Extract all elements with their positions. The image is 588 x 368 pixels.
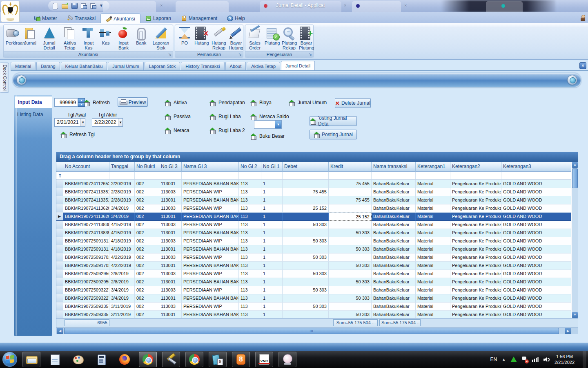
table-cell[interactable]: BBKMR190725093357 bbox=[63, 303, 109, 311]
table-cell[interactable]: GOLD AND WOOD bbox=[501, 278, 571, 286]
ribbon-tab-management[interactable]: Management bbox=[176, 13, 222, 23]
table-cell[interactable]: Pengeluaran Ke Produksi bbox=[450, 213, 501, 221]
network-icon[interactable] bbox=[532, 357, 539, 362]
doc-tab-laporan-stok[interactable]: Laporan Stok bbox=[145, 62, 180, 70]
table-cell[interactable]: 1 bbox=[261, 278, 283, 286]
table-cell[interactable]: BBKMR190725092956 bbox=[63, 278, 109, 286]
table-cell[interactable]: Material bbox=[416, 254, 450, 262]
table-cell[interactable]: 3/11/2019 bbox=[109, 311, 135, 318]
table-cell[interactable]: 1 bbox=[261, 245, 283, 254]
export-icon[interactable] bbox=[80, 2, 87, 9]
table-cell[interactable]: BahanBakuKeluar bbox=[372, 245, 416, 254]
new-document-icon[interactable] bbox=[52, 2, 59, 9]
grid-filter-cell[interactable] bbox=[329, 172, 372, 180]
table-cell[interactable]: PERSEDIAAN BAHAN BAKU bbox=[182, 196, 239, 204]
table-cell[interactable]: 1 bbox=[261, 286, 283, 294]
link-buku-besar[interactable]: Buku Besar bbox=[250, 132, 285, 141]
table-cell[interactable]: GOLD AND WOOD bbox=[501, 221, 571, 229]
table-cell[interactable]: 1 bbox=[261, 213, 283, 221]
table-cell[interactable] bbox=[329, 270, 372, 278]
taskbar-icon-calc[interactable] bbox=[92, 352, 110, 367]
link-neraca[interactable]: Neraca bbox=[165, 126, 191, 135]
table-cell[interactable]: PERSEDIAAN BAHAN BAKU bbox=[182, 245, 239, 254]
table-cell[interactable]: BahanBakuKeluar bbox=[372, 229, 416, 237]
ribbon-button-piutang[interactable]: Piutang bbox=[263, 26, 281, 46]
table-cell[interactable]: 113 bbox=[239, 278, 261, 286]
scroll-right-icon[interactable]: ▶ bbox=[565, 328, 571, 334]
grid-column-header-tanggal[interactable]: Tanggal bbox=[109, 162, 135, 172]
table-cell[interactable]: 2/28/2019 bbox=[109, 188, 135, 196]
ribbon-button-jurnal-detail[interactable]: Jurnal Detail bbox=[39, 26, 60, 51]
posting-jurnal-button[interactable]: Posting Jurnal bbox=[310, 130, 357, 139]
table-cell[interactable]: GOLD AND WOOD bbox=[501, 237, 571, 245]
table-cell[interactable]: 1 bbox=[261, 294, 283, 303]
table-cell[interactable]: BBKMR190725091312 bbox=[63, 237, 109, 245]
grid-column-header-keterangan3[interactable]: Keterangan3 bbox=[501, 162, 571, 172]
table-cell[interactable]: 75 455 bbox=[283, 188, 329, 196]
table-cell[interactable]: 002 bbox=[135, 237, 159, 245]
ribbon-button-perkiraan[interactable]: Perkiraan bbox=[4, 26, 22, 46]
table-cell[interactable]: BBKMR190725093227 bbox=[63, 294, 109, 303]
table-cell[interactable]: 1 bbox=[261, 188, 283, 196]
table-row[interactable]: BBKMR1907250933573/11/2019002113003PERSE… bbox=[56, 303, 578, 311]
table-cell[interactable]: 002 bbox=[135, 245, 159, 254]
table-cell[interactable]: PERSEDIAAN BAHAN BAKU bbox=[182, 278, 239, 286]
table-cell[interactable]: 002 bbox=[135, 204, 159, 213]
table-row[interactable]: ▶BBKMR1907241136203/4/2019002113001PERSE… bbox=[56, 213, 578, 221]
dropdown-arrow-icon[interactable]: ▼ bbox=[80, 119, 85, 126]
ribbon-tab-transaksi[interactable]: Transaksi bbox=[62, 13, 101, 23]
action-center-icon[interactable] bbox=[522, 357, 527, 362]
table-cell[interactable]: Pengeluaran Ke Produksi bbox=[450, 278, 501, 286]
ribbon-tab-akuntansi[interactable]: Akuntansi bbox=[100, 13, 140, 23]
table-cell[interactable]: Material bbox=[416, 196, 450, 204]
volume-icon[interactable] bbox=[543, 357, 550, 362]
hidden-icons-arrow[interactable]: ▲ bbox=[502, 357, 506, 361]
grid-column-header-no-account[interactable]: No Account bbox=[63, 162, 109, 172]
table-cell[interactable]: BBKMR190724113351 bbox=[63, 196, 109, 204]
dock-control-tab[interactable]: Dock Control bbox=[0, 63, 9, 93]
table-cell[interactable]: Pengeluaran Ke Produksi bbox=[450, 221, 501, 229]
vertical-scroll-thumb[interactable] bbox=[572, 168, 578, 188]
table-cell[interactable]: GOLD AND WOOD bbox=[501, 188, 571, 196]
table-cell[interactable]: GOLD AND WOOD bbox=[501, 286, 571, 294]
table-cell[interactable]: 113 bbox=[239, 213, 261, 221]
table-cell[interactable]: 4/18/2019 bbox=[109, 245, 135, 254]
table-cell[interactable]: BBKMR190725091702 bbox=[63, 254, 109, 262]
doc-tab-material[interactable]: Material bbox=[11, 62, 36, 70]
table-cell[interactable]: 75 455 bbox=[329, 196, 372, 204]
taskbar-icon-xampp[interactable] bbox=[232, 352, 250, 367]
ribbon-button-bayar-piutang[interactable]: +Bayar Piutang bbox=[298, 26, 315, 51]
table-cell[interactable]: BahanBakuKeluar bbox=[372, 254, 416, 262]
link-rugi-laba-2[interactable]: Rugi Laba 2 bbox=[209, 126, 245, 135]
posting-jurnal-detail-button[interactable]: 'osting Jurnal Deta bbox=[310, 116, 357, 126]
taskbar-icon-vb9[interactable] bbox=[209, 352, 227, 367]
tgl-awal-dropdown[interactable]: 2/21/2021 ▼ bbox=[54, 118, 85, 127]
table-row[interactable]: BBKMR1907241133512/28/2019002113003PERSE… bbox=[56, 188, 578, 196]
table-cell[interactable]: Pengeluaran Ke Produksi bbox=[450, 286, 501, 294]
table-cell[interactable]: Pengeluaran Ke Produksi bbox=[450, 303, 501, 311]
taskbar-icon-chrome[interactable] bbox=[139, 352, 157, 367]
table-cell[interactable]: GOLD AND WOOD bbox=[501, 294, 571, 303]
table-cell[interactable]: 1 bbox=[261, 237, 283, 245]
table-cell[interactable] bbox=[283, 245, 329, 254]
table-cell[interactable] bbox=[329, 237, 372, 245]
table-cell[interactable]: BahanBakuKeluar bbox=[372, 213, 416, 221]
table-cell[interactable]: Pengeluaran Ke Produksi bbox=[450, 245, 501, 254]
table-cell[interactable]: 50 303 bbox=[283, 237, 329, 245]
table-cell[interactable]: PERSEDIAAN BAHAN BAKU bbox=[182, 180, 239, 188]
doc-tab-aktiva-tetap[interactable]: Aktiva Tetap bbox=[247, 62, 280, 70]
open-folder-icon[interactable] bbox=[62, 2, 68, 9]
grid-column-header-no-gl-2[interactable]: No Gl 2 bbox=[239, 162, 261, 172]
table-cell[interactable]: 113 bbox=[239, 270, 261, 278]
table-cell[interactable]: BBKMR190724113835 bbox=[63, 229, 109, 237]
table-cell[interactable]: Material bbox=[416, 278, 450, 286]
table-cell[interactable]: Pengeluaran Ke Produksi bbox=[450, 204, 501, 213]
table-cell[interactable] bbox=[329, 286, 372, 294]
table-cell[interactable]: GOLD AND WOOD bbox=[501, 311, 571, 318]
table-cell[interactable]: 113003 bbox=[159, 221, 182, 229]
table-cell[interactable]: PERSEDIAAN WIP bbox=[182, 221, 239, 229]
table-cell[interactable]: PERSEDIAAN BAHAN BAKU bbox=[182, 311, 239, 318]
table-cell[interactable]: BahanBakuKeluar bbox=[372, 262, 416, 270]
taskbar-icon-firefox[interactable] bbox=[116, 352, 134, 367]
table-cell[interactable]: 113 bbox=[239, 221, 261, 229]
